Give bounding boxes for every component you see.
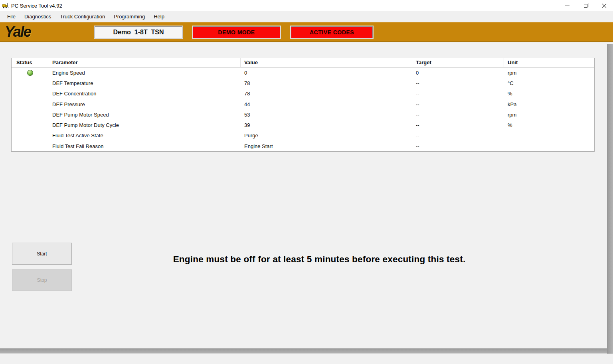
- window-title: PC Service Tool v4.92: [11, 3, 62, 9]
- value-cell: 78: [241, 91, 412, 97]
- active-codes-button[interactable]: ACTIVE CODES: [291, 26, 373, 38]
- target-cell: --: [412, 122, 504, 128]
- app-window: PC Service Tool v4.92 File Diagnostics T…: [0, 0, 613, 364]
- menu-programming[interactable]: Programming: [109, 11, 149, 22]
- restore-icon: [584, 4, 587, 8]
- forklift-icon: [2, 2, 9, 9]
- target-cell: --: [412, 101, 504, 107]
- target-cell: --: [412, 143, 504, 149]
- close-icon: [602, 4, 606, 8]
- column-header-target: Target: [412, 58, 504, 67]
- value-cell: Purge: [241, 133, 412, 138]
- value-cell: 39: [241, 122, 412, 128]
- target-cell: --: [412, 133, 504, 138]
- target-cell: 0: [412, 70, 504, 76]
- minimize-icon: [565, 6, 569, 6]
- menu-diagnostics[interactable]: Diagnostics: [20, 11, 55, 22]
- menu-help[interactable]: Help: [149, 11, 169, 22]
- engine-off-warning-text: Engine must be off for at least 5 minute…: [112, 254, 527, 265]
- unit-cell: °C: [504, 80, 594, 86]
- title-bar: PC Service Tool v4.92: [0, 0, 613, 11]
- truck-model-button[interactable]: Demo_1-8T_TSN: [95, 26, 182, 38]
- target-cell: --: [412, 80, 504, 86]
- value-cell: Engine Start: [241, 143, 412, 149]
- menu-bar: File Diagnostics Truck Configuration Pro…: [0, 11, 613, 22]
- table-row[interactable]: DEF Temperature 78 -- °C: [12, 78, 594, 88]
- menu-file[interactable]: File: [3, 11, 20, 22]
- table-row[interactable]: DEF Concentration 78 -- %: [12, 89, 594, 99]
- yale-logo: Yale: [5, 24, 31, 40]
- parameter-cell: DEF Concentration: [48, 91, 241, 97]
- parameter-cell: Fluid Test Fail Reason: [48, 143, 241, 149]
- value-cell: 44: [241, 101, 412, 107]
- column-header-value: Value: [241, 58, 412, 67]
- unit-cell: rpm: [504, 112, 594, 118]
- parameter-cell: DEF Pump Motor Speed: [48, 112, 241, 118]
- value-cell: 53: [241, 112, 412, 118]
- window-controls: [558, 0, 613, 11]
- table-row[interactable]: Fluid Test Active State Purge --: [12, 131, 594, 141]
- status-cell: [12, 70, 48, 76]
- column-header-parameter: Parameter: [48, 58, 241, 67]
- stop-button[interactable]: Stop: [12, 269, 72, 291]
- table-row[interactable]: DEF Pressure 44 -- kPa: [12, 99, 594, 109]
- unit-cell: %: [504, 122, 594, 128]
- green-status-led-icon: [27, 70, 33, 76]
- target-cell: --: [412, 91, 504, 97]
- unit-cell: rpm: [504, 70, 594, 76]
- table-row[interactable]: Fluid Test Fail Reason Engine Start --: [12, 141, 594, 151]
- vertical-scrollbar[interactable]: [607, 44, 613, 354]
- table-row[interactable]: Engine Speed 0 0 rpm: [12, 67, 594, 78]
- table-header: Status Parameter Value Target Unit: [12, 58, 594, 67]
- menu-truck-configuration[interactable]: Truck Configuration: [55, 11, 109, 22]
- close-button[interactable]: [595, 0, 613, 11]
- column-header-status: Status: [12, 58, 48, 67]
- table-row[interactable]: DEF Pump Motor Duty Cycle 39 -- %: [12, 120, 594, 130]
- start-button[interactable]: Start: [12, 243, 72, 265]
- unit-cell: kPa: [504, 101, 594, 107]
- parameter-cell: DEF Pump Motor Duty Cycle: [48, 122, 241, 128]
- restore-button[interactable]: [576, 0, 595, 11]
- minimize-button[interactable]: [558, 0, 576, 11]
- value-cell: 0: [241, 70, 412, 76]
- parameter-cell: DEF Temperature: [48, 80, 241, 86]
- target-cell: --: [412, 112, 504, 118]
- parameter-cell: Fluid Test Active State: [48, 133, 241, 138]
- unit-cell: %: [504, 91, 594, 97]
- demo-mode-badge: DEMO MODE: [193, 26, 280, 38]
- column-header-unit: Unit: [504, 58, 594, 67]
- horizontal-scrollbar[interactable]: [0, 348, 613, 354]
- parameter-cell: DEF Pressure: [48, 101, 241, 107]
- parameter-table: Status Parameter Value Target Unit Engin…: [11, 58, 595, 152]
- parameter-cell: Engine Speed: [48, 70, 241, 76]
- table-row[interactable]: DEF Pump Motor Speed 53 -- rpm: [12, 109, 594, 120]
- main-content: Status Parameter Value Target Unit Engin…: [0, 42, 613, 364]
- brand-bar: Yale Demo_1-8T_TSN DEMO MODE ACTIVE CODE…: [0, 22, 613, 42]
- value-cell: 78: [241, 80, 412, 86]
